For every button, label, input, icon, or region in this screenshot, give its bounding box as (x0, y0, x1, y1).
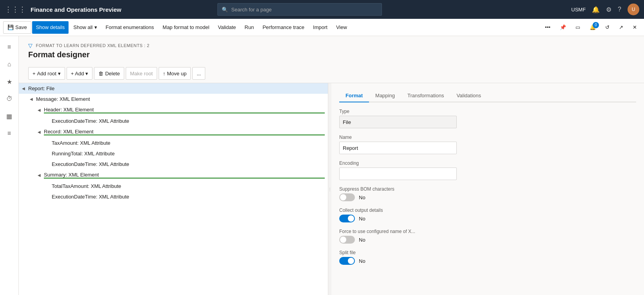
search-input[interactable] (231, 7, 378, 13)
map-format-button[interactable]: Map format to model (159, 21, 213, 34)
badge-button[interactable]: 0 🔔 (586, 21, 600, 34)
delete-button[interactable]: 🗑 Delete (94, 67, 124, 80)
search-box[interactable]: 🔍 (217, 3, 382, 16)
properties-panel: Format Mapping Transformations Validatio… (331, 83, 644, 295)
topbar: ⋮⋮⋮ Finance and Operations Preview 🔍 USM… (0, 0, 644, 19)
collapse-icon[interactable]: ◀ (22, 86, 27, 91)
search-icon: 🔍 (222, 7, 228, 13)
force-name-value: No (359, 237, 365, 243)
name-input[interactable] (339, 142, 457, 154)
tree-panel: ◀ Report: File ◀ Message: XML Element ◀ … (19, 83, 328, 295)
badge: 0 (593, 22, 599, 28)
suppress-bom-toggle[interactable] (339, 193, 355, 201)
breadcrumb: FORMAT TO LEARN DEFERRED XML ELEMENTS : … (36, 43, 150, 48)
view-button[interactable]: View (332, 21, 351, 34)
force-name-toggle[interactable] (339, 236, 355, 244)
close-button[interactable]: ✕ (629, 21, 641, 34)
make-root-button[interactable]: Make root (126, 67, 157, 80)
name-label: Name (339, 135, 636, 140)
save-button[interactable]: 💾 Save (3, 21, 31, 34)
more-toolbar-button[interactable]: ... (192, 67, 205, 80)
tabs: Format Mapping Transformations Validatio… (339, 89, 636, 102)
type-field: Type (339, 109, 636, 128)
encoding-field: Encoding (339, 160, 636, 180)
suppress-bom-value: No (359, 195, 365, 200)
designer-toolbar: + Add root ▾ + Add ▾ 🗑 Delete Make root … (19, 64, 644, 83)
username: USMF (571, 7, 586, 13)
save-icon: 💾 (7, 24, 14, 30)
collect-output-field: Collect output details No (339, 208, 636, 222)
move-up-button[interactable]: ↑ Move up (159, 67, 191, 80)
add-button[interactable]: + Add ▾ (67, 67, 93, 80)
collapse-icon[interactable]: ◀ (38, 173, 42, 177)
show-details-button[interactable]: Show details (32, 21, 69, 34)
split-file-toggle[interactable] (339, 257, 355, 265)
settings-icon[interactable]: ⚙ (606, 6, 611, 13)
grid-icon[interactable]: ⋮⋮⋮ (5, 5, 26, 14)
sidebar-favorites[interactable]: ★ (2, 74, 17, 89)
tree-row[interactable]: ◀ Message: XML Element (19, 94, 328, 104)
type-input[interactable] (339, 116, 457, 128)
cmdbar: 💾 Save Show details Show all ▾ Format en… (0, 19, 644, 36)
tree-row[interactable]: RunningTotal: XML Attribute (19, 148, 328, 159)
collapse-icon[interactable]: ◀ (38, 108, 42, 112)
tree-row[interactable]: ◀ Record: XML Element (19, 126, 328, 138)
force-name-label: Force to use configured name of X... (339, 229, 636, 234)
name-field: Name (339, 135, 636, 154)
more-options-button[interactable]: ••• (541, 21, 554, 34)
tree-row[interactable]: ExecutionDateTime: XML Attribute (19, 116, 328, 126)
tab-validations[interactable]: Validations (450, 89, 487, 102)
content-area: ▽ FORMAT TO LEARN DEFERRED XML ELEMENTS … (19, 36, 644, 295)
suppress-bom-field: Suppress BOM characters No (339, 186, 636, 201)
tree-row[interactable]: ◀ Summary: XML Element (19, 169, 328, 181)
import-button[interactable]: Import (309, 21, 331, 34)
format-enumerations-button[interactable]: Format enumerations (102, 21, 158, 34)
encoding-input[interactable] (339, 168, 457, 180)
add-root-button[interactable]: + Add root ▾ (28, 67, 65, 80)
tab-mapping[interactable]: Mapping (369, 89, 401, 102)
sidebar-workspaces[interactable]: ▦ (2, 108, 17, 124)
avatar[interactable]: U (628, 4, 639, 15)
chevron-down-icon: ▾ (94, 24, 97, 30)
collapse-icon[interactable]: ◀ (38, 130, 42, 134)
suppress-bom-label: Suppress BOM characters (339, 186, 636, 192)
validate-button[interactable]: Validate (214, 21, 240, 34)
show-all-button[interactable]: Show all ▾ (69, 21, 101, 34)
chevron-down-icon: ▾ (85, 71, 88, 76)
tree-row[interactable]: TaxAmount: XML Attribute (19, 138, 328, 148)
tree-row[interactable]: ExecutionDateTime: XML Attribute (19, 159, 328, 169)
notification-icon[interactable]: 🔔 (592, 6, 600, 13)
tab-format[interactable]: Format (339, 89, 369, 102)
sidebar-hamburger[interactable]: ≡ (2, 39, 17, 55)
tree-row[interactable]: ◀ Report: File (19, 83, 328, 94)
app-title: Finance and Operations Preview (31, 6, 121, 13)
filter-icon[interactable]: ▽ (28, 42, 33, 49)
page-header: ▽ FORMAT TO LEARN DEFERRED XML ELEMENTS … (19, 36, 644, 64)
sidebar-home[interactable]: ⌂ (2, 56, 17, 72)
pin-button[interactable]: 📌 (556, 21, 570, 34)
tree-row[interactable]: ExecutionDateTime: XML Attribute (19, 191, 328, 202)
page-title: Format designer (28, 50, 635, 59)
collect-output-label: Collect output details (339, 208, 636, 213)
sidebar-recent[interactable]: ⏱ (2, 91, 17, 107)
plus-icon: + (33, 71, 36, 76)
main-layout: ≡ ⌂ ★ ⏱ ▦ ≡ ▽ FORMAT TO LEARN DEFERRED X… (0, 36, 644, 295)
collect-output-toggle[interactable] (339, 215, 355, 222)
help-icon[interactable]: ? (618, 6, 621, 13)
run-button[interactable]: Run (241, 21, 258, 34)
split-file-value: No (359, 258, 365, 264)
performance-trace-button[interactable]: Performance trace (259, 21, 308, 34)
resize-handle[interactable]: ⋮ (328, 83, 331, 295)
sidebar-menu[interactable]: ≡ (2, 126, 17, 141)
type-label: Type (339, 109, 636, 114)
collapse-icon[interactable]: ◀ (30, 97, 34, 101)
tree-row[interactable]: ◀ Header: XML Element (19, 104, 328, 116)
popout-button[interactable]: ↗ (615, 21, 627, 34)
refresh-button[interactable]: ↺ (601, 21, 613, 34)
force-name-field: Force to use configured name of X... No (339, 229, 636, 244)
tab-transformations[interactable]: Transformations (401, 89, 450, 102)
panel-button[interactable]: ▭ (572, 21, 584, 34)
chevron-down-icon: ▾ (58, 71, 61, 76)
cmd-right-controls: ••• 📌 ▭ 0 🔔 ↺ ↗ ✕ (541, 21, 641, 34)
tree-row[interactable]: TotalTaxAmount: XML Attribute (19, 181, 328, 191)
